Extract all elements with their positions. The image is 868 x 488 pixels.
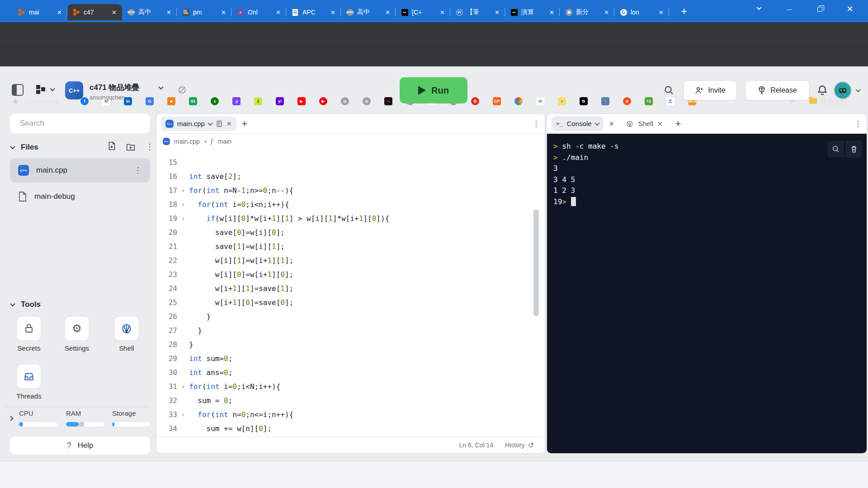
browser-tab[interactable]: W 【筆 ✕ — [450, 4, 505, 20]
window-minimize-icon[interactable]: ─ — [779, 0, 800, 18]
fold-chevron-icon[interactable]: ∨ — [177, 202, 189, 207]
code-line[interactable]: 18 ∨ for(int i=0;i<n;i++){ — [156, 197, 545, 211]
console-menu-kebab-icon[interactable]: ⋮ — [854, 119, 862, 129]
browser-tab[interactable]: ZERO 高中 ✕ — [341, 4, 396, 20]
resources-expand-chevron-icon[interactable] — [8, 416, 13, 421]
notifications-bell-icon[interactable] — [816, 84, 828, 96]
bookmark-item[interactable]: B — [580, 97, 588, 105]
tab-close-icon[interactable]: ✕ — [383, 8, 392, 17]
browser-tab[interactable]: c47 ✕ — [67, 4, 122, 20]
breadcrumb-file[interactable]: main.cpp — [174, 138, 200, 145]
other-bookmarks-folder-icon[interactable] — [809, 98, 817, 104]
console-tab-chevron-icon[interactable] — [594, 120, 599, 125]
fold-chevron-icon[interactable]: ∨ — [177, 188, 189, 193]
bookmark-item[interactable]: ▶ — [319, 97, 327, 105]
tab-close-icon[interactable]: ✕ — [110, 8, 118, 17]
tab-close-icon[interactable]: ✕ — [493, 8, 501, 17]
bookmark-item[interactable]: ↑ — [601, 97, 609, 105]
bookmark-item[interactable]: ▶ — [297, 97, 306, 105]
repl-title-chevron-icon[interactable] — [158, 84, 163, 89]
bookmark-item[interactable]: .y — [232, 97, 241, 105]
browser-tab[interactable]: ⚡ Onl ✕ — [231, 4, 286, 20]
tools-collapse-chevron-icon[interactable] — [10, 301, 15, 306]
file-menu-kebab-icon[interactable]: ⋮ — [134, 165, 142, 175]
bookmark-item[interactable]: ✿ — [471, 97, 479, 105]
files-menu-kebab-icon[interactable]: ⋮ — [146, 142, 154, 152]
new-editor-tab-icon[interactable]: + — [242, 118, 248, 130]
tab-chevron-icon[interactable] — [208, 120, 212, 125]
code-line[interactable]: 31 ∨ for(int i=0;i<N;i++){ — [156, 380, 545, 394]
code-line[interactable]: 19 ∨ if(w[i][0]*w[i+1][1] > w[i][1]*w[i+… — [156, 211, 545, 225]
tab-close-icon[interactable]: ✕ — [547, 8, 556, 17]
code-line[interactable]: 21 save[1]=w[i][1]; — [156, 239, 545, 253]
fold-chevron-icon[interactable]: ∨ — [177, 412, 189, 417]
fold-chevron-icon[interactable]: ∨ — [177, 384, 189, 389]
bookmark-item[interactable]: y! — [276, 97, 284, 105]
browser-tab[interactable]: ●● 演算 ✕ — [505, 4, 560, 20]
tab-close-icon[interactable]: ✕ — [165, 8, 173, 17]
bookmark-item[interactable]: ≡ — [558, 97, 566, 105]
browser-tab[interactable]: APC ✕ — [286, 4, 341, 20]
header-search-icon[interactable] — [664, 85, 675, 96]
window-restore-icon[interactable] — [809, 0, 830, 18]
run-button[interactable]: Run — [400, 77, 467, 103]
file-row-main-debug[interactable]: main-debug — [10, 184, 150, 209]
bookmark-item[interactable]: ☻ — [167, 97, 175, 105]
editor-scrollbar[interactable] — [533, 210, 539, 316]
shell-tab-close-icon[interactable]: ✕ — [657, 120, 663, 127]
code-editor[interactable]: 15 16 int save[2]; 17 ∨ for(int n=N-1;n>… — [156, 155, 545, 436]
new-file-icon[interactable] — [107, 141, 117, 151]
bookmarks-star-icon[interactable]: ★ — [12, 97, 19, 107]
new-tab-button[interactable]: + — [677, 5, 691, 18]
replit-logo-icon[interactable] — [36, 85, 46, 95]
browser-tab[interactable]: mai ✕ — [13, 4, 67, 20]
window-menu-chevron-icon[interactable] — [749, 0, 769, 18]
tool-tile-secrets[interactable] — [17, 316, 41, 341]
bookmark-item[interactable]: N — [384, 97, 392, 105]
code-line[interactable]: 23 w[i][0]=w[i+1][0]; — [156, 267, 545, 282]
tab-close-icon[interactable]: ✕ — [602, 8, 611, 17]
files-collapse-chevron-icon[interactable] — [10, 144, 15, 149]
doc-outline-icon[interactable] — [216, 120, 223, 127]
console-tab-close-icon[interactable]: ✕ — [609, 120, 614, 127]
window-close-icon[interactable]: ✕ — [840, 0, 860, 18]
code-line[interactable]: 28 } — [156, 338, 545, 352]
help-button[interactable]: ? Help — [10, 436, 150, 455]
code-line[interactable]: 25 w[i+1][0]=save[0]; — [156, 296, 545, 310]
fold-chevron-icon[interactable]: ∨ — [177, 216, 189, 221]
code-line[interactable]: 24 w[i+1][1]=save[1]; — [156, 282, 545, 296]
editor-tab-main-cpp[interactable]: C++ main.cpp ✕ — [161, 117, 236, 131]
code-line[interactable]: 16 int save[2]; — [156, 169, 545, 183]
bookmark-item[interactable] — [514, 97, 523, 105]
bookmark-item[interactable]: ◍ — [363, 97, 371, 105]
bookmark-item[interactable]: f — [80, 97, 89, 105]
code-line[interactable]: 27 } — [156, 324, 545, 338]
code-line[interactable]: 17 ∨ for(int n=N-1;n>=0;n--){ — [156, 183, 545, 197]
file-row-main-cpp[interactable]: C++ main.cpp ⋮ — [10, 158, 150, 183]
bookmark-item[interactable]: CP — [493, 97, 501, 105]
browser-tab[interactable]: 新分 ✕ — [560, 4, 614, 20]
tool-tile-threads[interactable] — [17, 364, 41, 389]
code-line[interactable]: 29 int sum=0; — [156, 352, 545, 366]
bookmark-item[interactable]: +1 — [645, 97, 653, 105]
tool-tile-shell[interactable] — [114, 316, 139, 341]
bookmark-item[interactable]: G — [146, 97, 154, 105]
breadcrumb-symbol[interactable]: main — [218, 138, 231, 145]
file-search-input[interactable]: Search — [10, 113, 150, 133]
code-line[interactable]: 34 sum += w[n][0]; — [156, 422, 545, 436]
browser-tab[interactable]: IDEONE pm ✕ — [177, 4, 231, 20]
browser-tab[interactable]: ●● [C+ ✕ — [396, 4, 450, 20]
tab-close-icon[interactable]: ✕ — [274, 8, 283, 17]
console-output[interactable]: > sh -c make -s> ./main33 4 51 2 319> — [547, 134, 867, 453]
bookmark-item[interactable]: 文 — [666, 97, 675, 105]
tab-close-icon[interactable]: ✕ — [657, 8, 665, 17]
bookmark-item[interactable]: ∥ — [254, 97, 262, 105]
layout-toggle-icon[interactable] — [12, 84, 24, 96]
files-section-header[interactable]: Files — [11, 143, 38, 152]
account-chevron-icon[interactable] — [855, 87, 860, 92]
bookmark-item[interactable]: ◍ — [341, 97, 349, 105]
console-tab[interactable]: >_ Console — [552, 117, 604, 131]
tab-close-icon[interactable]: ✕ — [329, 8, 337, 17]
tool-tile-settings[interactable]: ⚙ — [65, 316, 89, 341]
new-folder-icon[interactable] — [126, 142, 136, 152]
